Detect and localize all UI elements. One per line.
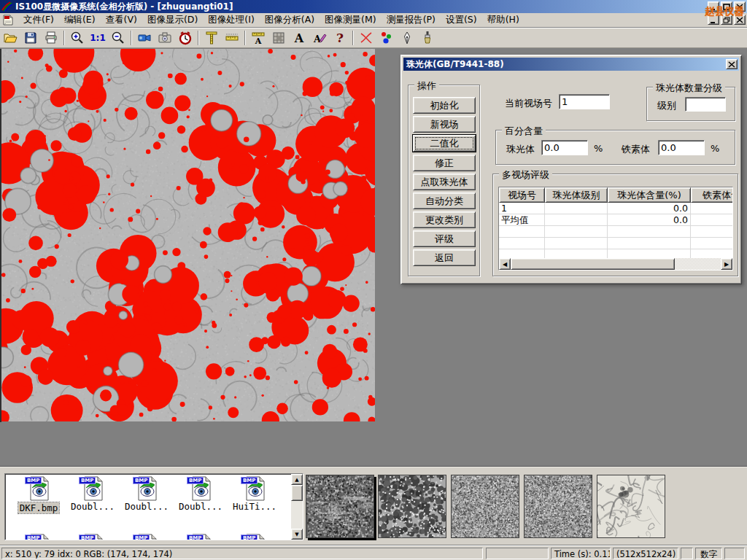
micrograph-image[interactable] (1, 49, 375, 421)
file-item[interactable]: BMP HuiTi... (229, 476, 280, 517)
file-item[interactable]: BMP Doubl... (67, 476, 118, 517)
menu-item-image-display[interactable]: 图像显示(D) (142, 12, 203, 28)
measure-label-button[interactable]: A (249, 28, 268, 47)
scrollbar-thumb[interactable] (291, 485, 303, 501)
file-item[interactable]: BMP (175, 534, 226, 540)
pearlite-percent-input[interactable] (541, 140, 588, 155)
thumbnail-2[interactable] (378, 475, 446, 538)
initialize-button[interactable]: 初始化 (413, 97, 476, 114)
scroll-right-button[interactable]: ▶ (721, 258, 732, 270)
auto-classify-button[interactable]: 自动分类 (413, 192, 476, 209)
menu-item-help[interactable]: 帮助(H) (482, 12, 525, 28)
printer-icon (44, 31, 58, 45)
file-item[interactable]: BMP (67, 534, 118, 540)
svg-text:?: ? (336, 31, 344, 45)
brush-tool-button[interactable] (418, 28, 437, 47)
scrollbar-track[interactable] (675, 258, 721, 270)
text-annotation-button[interactable]: A (290, 28, 309, 47)
grade-label: 级别 (657, 99, 676, 112)
table-row[interactable]: 1 0.0 (499, 203, 732, 214)
file-item[interactable]: BMP Doubl... (175, 476, 226, 517)
thumbnail-4[interactable] (524, 475, 592, 538)
file-label[interactable]: HuiTi... (233, 501, 276, 512)
bmp-file-icon: BMP (242, 476, 267, 501)
open-folder-icon (3, 31, 18, 45)
open-file-button[interactable] (1, 28, 20, 47)
table-row-empty (499, 238, 732, 249)
new-field-button[interactable]: 新视场 (413, 116, 476, 133)
save-button[interactable] (21, 28, 40, 47)
menu-item-view[interactable]: 查看(V) (101, 12, 142, 28)
percent-group-label: 百分含量 (502, 125, 546, 138)
file-label[interactable]: DKF.bmp (18, 502, 60, 513)
zoom-out-button[interactable] (109, 28, 128, 47)
rate-button[interactable]: 评级 (413, 230, 476, 247)
colored-particles-icon (379, 31, 394, 45)
correct-button[interactable]: 修正 (413, 155, 476, 171)
thumbnail-1[interactable] (306, 475, 374, 538)
grid-button[interactable] (269, 28, 288, 47)
time-status: Time (s): 0.113 (551, 548, 611, 559)
file-label[interactable]: Doubl... (125, 501, 169, 512)
cursor-position-status: x: 510 y: 79 idx: 0 RGB: (174, 174, 174) (1, 548, 483, 559)
file-label[interactable]: Doubl... (179, 501, 222, 512)
binarize-button[interactable]: 二值化 (413, 135, 476, 152)
caliper-measure-button[interactable] (202, 28, 221, 47)
scrollbar-thumb[interactable] (511, 258, 675, 270)
change-class-button[interactable]: 更改类别 (413, 211, 476, 228)
curve-tool-button[interactable] (357, 28, 376, 47)
file-label[interactable]: Doubl... (71, 501, 115, 512)
text-edit-button[interactable]: A (310, 28, 329, 47)
pen-tool-button[interactable] (398, 28, 417, 47)
scroll-left-button[interactable]: ◀ (499, 258, 511, 270)
menu-item-measure-report[interactable]: 测量报告(P) (382, 12, 441, 28)
timer-button[interactable] (176, 28, 195, 47)
ruler-text-icon: A (251, 31, 266, 45)
col-ferrite: 铁素体含量(%) (691, 187, 733, 203)
menu-item-image-measure[interactable]: 图像测量(M) (320, 12, 382, 28)
file-item[interactable]: BMP (13, 534, 64, 540)
help-button[interactable]: ? (330, 28, 349, 47)
menu-item-edit[interactable]: 编辑(E) (59, 12, 101, 28)
thumbnail-3[interactable] (451, 475, 519, 538)
toolbar-separator (244, 31, 246, 45)
menu-item-image-analysis[interactable]: 图像分析(A) (260, 12, 320, 28)
pick-pearlite-button[interactable]: 点取珠光体 (413, 174, 476, 190)
percent-sign: % (711, 143, 719, 154)
ferrite-percent-input[interactable] (658, 140, 705, 155)
scroll-down-button[interactable]: ▼ (291, 529, 303, 540)
video-capture-button[interactable] (135, 28, 154, 47)
file-item[interactable]: BMP DKF.bmp (13, 476, 64, 517)
menu-item-image-process[interactable]: 图像处理(I) (203, 12, 259, 28)
dialog-title-bar: 珠光体(GB/T9441-88) (403, 58, 739, 71)
zoom-ratio-label: 1:1 (90, 33, 106, 43)
return-button[interactable]: 返回 (413, 249, 476, 266)
zoom-in-button[interactable] (68, 28, 87, 47)
file-item[interactable]: BMP Doubl... (121, 476, 172, 517)
menu-item-file[interactable]: 文件(F) (18, 12, 59, 28)
menu-item-settings[interactable]: 设置(S) (441, 12, 482, 28)
table-row[interactable]: 平均值 0.0 (499, 214, 732, 226)
clock-icon (178, 31, 193, 45)
print-button[interactable] (42, 28, 61, 47)
ruler-measure-button[interactable] (222, 28, 241, 47)
application-window: IS100显微摄像系统(金相分析版) - [zhuguangti01] 赵县仪器… (0, 0, 747, 560)
percent-sign: % (594, 143, 603, 154)
caliper-icon (204, 31, 219, 45)
camera-icon (158, 31, 172, 45)
file-item[interactable]: BMP (121, 534, 172, 540)
app-icon (1, 1, 12, 12)
zoom-actual-button[interactable]: 1:1 (88, 28, 107, 47)
file-item[interactable]: BMP (229, 534, 280, 540)
thumbnail-5[interactable] (597, 475, 665, 538)
current-field-input[interactable] (559, 94, 610, 109)
grid-icon (271, 31, 286, 45)
scroll-up-button[interactable]: ▲ (291, 474, 303, 485)
photo-capture-button[interactable] (155, 28, 174, 47)
document-system-menu-icon[interactable] (2, 15, 14, 26)
grade-input[interactable] (685, 97, 726, 112)
toolbar-separator (352, 31, 354, 45)
dialog-close-button[interactable] (726, 59, 738, 69)
auto-classify-button[interactable] (377, 28, 396, 47)
bmp-file-icon: BMP (188, 476, 213, 501)
